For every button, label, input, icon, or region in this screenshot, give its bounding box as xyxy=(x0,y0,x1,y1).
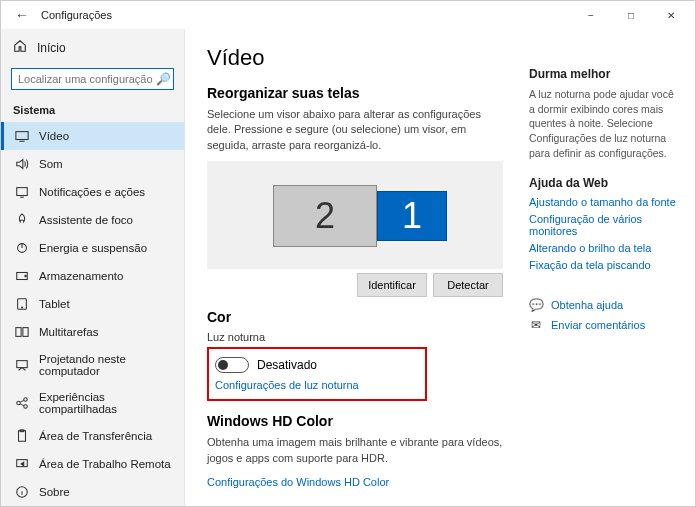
svg-point-6 xyxy=(21,307,22,308)
display-arrangement-box[interactable]: 2 1 xyxy=(207,161,503,269)
sidebar-item-sound[interactable]: Som xyxy=(1,150,184,178)
svg-rect-1 xyxy=(17,188,28,196)
home-button[interactable]: Início xyxy=(1,33,184,62)
feedback-link[interactable]: ✉ Enviar comentários xyxy=(529,318,681,332)
sidebar-item-notifications[interactable]: Notificações e ações xyxy=(1,178,184,206)
sidebar-item-label: Área de Trabalho Remota xyxy=(39,458,171,470)
sidebar-item-label: Multitarefas xyxy=(39,326,98,338)
hdcolor-settings-link[interactable]: Configurações do Windows HD Color xyxy=(207,476,389,488)
sidebar-item-tablet[interactable]: Tablet xyxy=(1,290,184,318)
sidebar-item-multitasking[interactable]: Multitarefas xyxy=(1,318,184,346)
webhelp-link-multi-monitor[interactable]: Configuração de vários monitores xyxy=(529,213,681,237)
info-icon xyxy=(15,485,29,499)
maximize-button[interactable]: □ xyxy=(611,1,651,29)
monitor-2[interactable]: 2 xyxy=(273,185,377,247)
nightlight-toggle[interactable] xyxy=(215,357,249,373)
sidebar-item-label: Tablet xyxy=(39,298,70,310)
display-icon xyxy=(15,129,29,143)
home-icon xyxy=(13,39,27,56)
svg-rect-8 xyxy=(23,328,28,337)
nightlight-highlight: Desativado Configurações de luz noturna xyxy=(207,347,427,401)
power-icon xyxy=(15,241,29,255)
sidebar-item-label: Vídeo xyxy=(39,130,69,142)
storage-icon xyxy=(15,269,29,283)
svg-rect-7 xyxy=(16,328,21,337)
svg-point-10 xyxy=(17,401,21,405)
home-label: Início xyxy=(37,41,66,55)
search-input-wrapper[interactable]: 🔍 xyxy=(11,68,174,90)
color-heading: Cor xyxy=(207,309,503,325)
sidebar-item-label: Armazenamento xyxy=(39,270,123,282)
svg-point-4 xyxy=(25,275,26,276)
project-icon xyxy=(15,358,29,372)
remote-icon xyxy=(15,457,29,471)
nightlight-state: Desativado xyxy=(257,358,317,372)
hdcolor-heading: Windows HD Color xyxy=(207,413,503,429)
monitor-1[interactable]: 1 xyxy=(377,191,447,241)
feedback-icon: ✉ xyxy=(529,318,543,332)
share-icon xyxy=(15,396,29,410)
svg-rect-13 xyxy=(19,431,26,442)
sleep-better-description: A luz noturna pode ajudar você a dormir … xyxy=(529,87,681,160)
identify-button[interactable]: Identificar xyxy=(357,273,427,297)
sidebar-item-label: Projetando neste computador xyxy=(39,353,172,377)
sidebar-item-label: Assistente de foco xyxy=(39,214,133,226)
sidebar-section-label: Sistema xyxy=(1,100,184,122)
sidebar-item-focus-assist[interactable]: Assistente de foco xyxy=(1,206,184,234)
search-input[interactable] xyxy=(18,73,156,85)
svg-point-11 xyxy=(24,398,28,402)
close-button[interactable]: ✕ xyxy=(651,1,691,29)
hdcolor-description: Obtenha uma imagem mais brilhante e vibr… xyxy=(207,435,503,466)
tablet-icon xyxy=(15,297,29,311)
sidebar-item-label: Experiências compartilhadas xyxy=(39,391,172,415)
sidebar-item-label: Energia e suspensão xyxy=(39,242,147,254)
sidebar-item-label: Sobre xyxy=(39,486,70,498)
sidebar-item-projecting[interactable]: Projetando neste computador xyxy=(1,346,184,384)
back-button[interactable]: ← xyxy=(15,7,29,23)
sleep-better-heading: Durma melhor xyxy=(529,67,681,81)
sidebar-item-video[interactable]: Vídeo xyxy=(1,122,184,150)
svg-rect-9 xyxy=(17,361,28,368)
webhelp-link-font-size[interactable]: Ajustando o tamanho da fonte xyxy=(529,196,681,208)
sidebar-item-shared-experiences[interactable]: Experiências compartilhadas xyxy=(1,384,184,422)
notifications-icon xyxy=(15,185,29,199)
search-icon: 🔍 xyxy=(156,72,171,86)
minimize-button[interactable]: − xyxy=(571,1,611,29)
webhelp-heading: Ajuda da Web xyxy=(529,176,681,190)
multitask-icon xyxy=(15,325,29,339)
get-help-label: Obtenha ajuda xyxy=(551,299,623,311)
sound-icon xyxy=(15,157,29,171)
window-title: Configurações xyxy=(41,9,112,21)
page-title: Vídeo xyxy=(207,45,503,71)
get-help-link[interactable]: 💬 Obtenha ajuda xyxy=(529,298,681,312)
sidebar-item-power[interactable]: Energia e suspensão xyxy=(1,234,184,262)
sidebar-item-clipboard[interactable]: Área de Transferência xyxy=(1,422,184,450)
help-icon: 💬 xyxy=(529,298,543,312)
sidebar-item-storage[interactable]: Armazenamento xyxy=(1,262,184,290)
clipboard-icon xyxy=(15,429,29,443)
webhelp-link-brightness[interactable]: Alterando o brilho da tela xyxy=(529,242,681,254)
nightlight-label: Luz noturna xyxy=(207,331,503,343)
webhelp-link-flicker[interactable]: Fixação da tela piscando xyxy=(529,259,681,271)
rearrange-description: Selecione um visor abaixo para alterar a… xyxy=(207,107,503,153)
svg-rect-0 xyxy=(16,132,28,140)
sidebar-item-about[interactable]: Sobre xyxy=(1,478,184,506)
sidebar-item-label: Som xyxy=(39,158,63,170)
sidebar-item-remote-desktop[interactable]: Área de Trabalho Remota xyxy=(1,450,184,478)
sidebar-item-label: Área de Transferência xyxy=(39,430,152,442)
detect-button[interactable]: Detectar xyxy=(433,273,503,297)
rearrange-heading: Reorganizar suas telas xyxy=(207,85,503,101)
focus-icon xyxy=(15,213,29,227)
feedback-label: Enviar comentários xyxy=(551,319,645,331)
svg-point-12 xyxy=(24,405,28,409)
sidebar-item-label: Notificações e ações xyxy=(39,186,145,198)
nightlight-settings-link[interactable]: Configurações de luz noturna xyxy=(215,379,359,391)
